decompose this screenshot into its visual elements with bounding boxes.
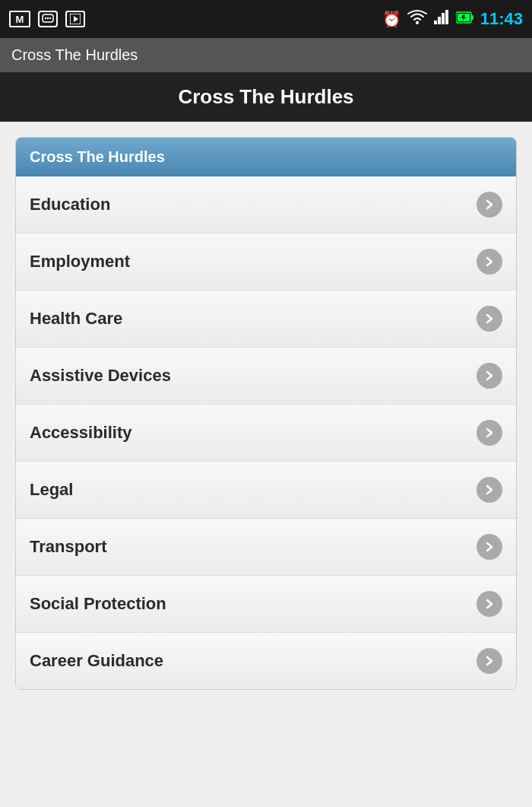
list-item[interactable]: Social Protection — [16, 576, 516, 633]
status-bar: M ⏰ — [0, 0, 532, 38]
svg-rect-10 — [445, 10, 448, 24]
alarm-icon: ⏰ — [382, 10, 401, 28]
status-bar-left-icons: M — [9, 11, 85, 27]
play-icon — [65, 11, 85, 27]
chevron-right-icon — [477, 477, 502, 503]
wifi-icon — [407, 10, 427, 29]
list-header-text: Cross The Hurdles — [30, 148, 165, 165]
svg-point-6 — [416, 21, 419, 24]
app-title-bar-text: Cross The Hurdles — [11, 46, 138, 64]
bbm-icon — [38, 11, 58, 27]
list-item[interactable]: Assistive Devices — [16, 348, 516, 405]
main-content: Cross The Hurdles EducationEmploymentHea… — [0, 122, 532, 807]
list-item-label: Assistive Devices — [30, 366, 171, 386]
list-item[interactable]: Accessibility — [16, 405, 516, 462]
list-item[interactable]: Employment — [16, 234, 516, 291]
list-item-label: Accessibility — [30, 423, 132, 443]
list-item-label: Transport — [30, 537, 106, 557]
list-item[interactable]: Health Care — [16, 291, 516, 348]
list-item[interactable]: Career Guidance — [16, 633, 516, 689]
list-item[interactable]: Transport — [16, 519, 516, 576]
list-item-label: Legal — [30, 480, 73, 500]
status-bar-right-icons: ⏰ — [382, 9, 523, 29]
list-item[interactable]: Education — [16, 176, 516, 234]
svg-point-2 — [47, 17, 49, 19]
list-item-label: Employment — [30, 252, 130, 272]
chevron-right-icon — [477, 192, 502, 218]
list-item-label: Social Protection — [30, 594, 166, 614]
list-item-label: Health Care — [30, 309, 122, 329]
svg-rect-7 — [434, 21, 437, 24]
svg-marker-5 — [74, 16, 78, 22]
chevron-right-icon — [477, 306, 502, 332]
action-bar-title: Cross The Hurdles — [178, 85, 353, 109]
svg-rect-8 — [438, 17, 441, 24]
list-item[interactable]: Legal — [16, 462, 516, 519]
list-item-label: Education — [30, 195, 110, 214]
svg-rect-9 — [442, 13, 445, 24]
chevron-right-icon — [477, 591, 502, 617]
svg-point-1 — [45, 17, 46, 19]
list-header: Cross The Hurdles — [16, 138, 516, 176]
chevron-right-icon — [477, 249, 502, 275]
gmail-icon: M — [9, 11, 30, 27]
battery-icon — [456, 11, 474, 27]
signal-icon — [433, 10, 450, 28]
chevron-right-icon — [477, 420, 502, 446]
chevron-right-icon — [477, 363, 502, 389]
svg-rect-12 — [471, 15, 473, 20]
menu-list-container: Cross The Hurdles EducationEmploymentHea… — [15, 137, 517, 690]
chevron-right-icon — [477, 648, 502, 674]
app-title-bar: Cross The Hurdles — [0, 38, 532, 72]
menu-items: EducationEmploymentHealth CareAssistive … — [16, 176, 516, 689]
status-time: 11:43 — [480, 9, 523, 29]
action-bar: Cross The Hurdles — [0, 72, 532, 122]
list-item-label: Career Guidance — [30, 651, 163, 671]
svg-point-3 — [49, 17, 51, 19]
chevron-right-icon — [477, 534, 502, 560]
